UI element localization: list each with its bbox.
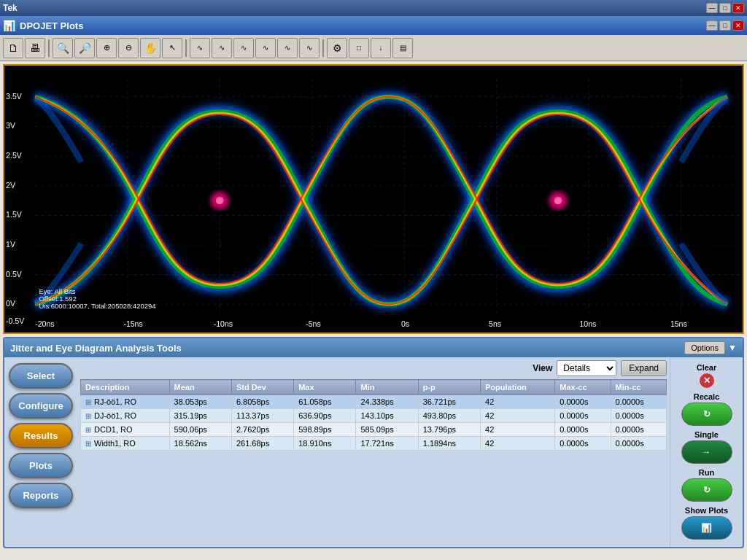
bottom-panel-header: Jitter and Eye Diagram Analysis Tools Op… xyxy=(4,338,743,357)
cell-population: 42 xyxy=(481,437,555,451)
toolbar: 🗋 🖶 🔍 🔎 ⊕ ⊖ ✋ ↖ ∿ ∿ ∿ ∿ ∿ ∿ ⚙ □ ↓ ▤ xyxy=(0,35,747,61)
table-row[interactable]: ⊞Width1, RO 18.562ns 261.68ps 18.910ns 1… xyxy=(81,437,667,451)
results-button[interactable]: Results xyxy=(9,423,73,448)
clear-label: Clear xyxy=(697,363,717,372)
cell-pp: 1.1894ns xyxy=(418,437,480,451)
cell-population: 42 xyxy=(481,409,555,423)
col-min-cc: Min-cc xyxy=(611,380,666,395)
cell-mean: 590.06ps xyxy=(169,423,231,437)
svg-text:-10ns: -10ns xyxy=(214,320,233,328)
cell-max: 18.910ns xyxy=(294,437,356,451)
cell-std-dev: 2.7620ps xyxy=(231,423,293,437)
app-minimize-button[interactable]: — xyxy=(706,20,718,31)
toolbar-cursor-btn[interactable]: ↖ xyxy=(162,38,182,58)
reports-button[interactable]: Reports xyxy=(9,483,73,508)
view-select[interactable]: Details Summary xyxy=(557,360,616,376)
svg-text:Eye: All Bits: Eye: All Bits xyxy=(39,288,75,295)
cell-pp: 13.796ps xyxy=(418,423,480,437)
cell-min-cc: 0.0000s xyxy=(611,423,666,437)
single-button[interactable]: → xyxy=(681,440,732,464)
bottom-panel-options: Options ▼ xyxy=(684,341,737,354)
recalc-button[interactable]: ↻ xyxy=(681,402,732,426)
configure-button[interactable]: Configure xyxy=(9,393,73,419)
cell-mean: 315.19ps xyxy=(169,409,231,423)
col-pp: p-p xyxy=(418,380,480,395)
toolbar-open-btn[interactable]: 🖶 xyxy=(25,38,45,58)
toolbar-waveform-btn4[interactable]: ∿ xyxy=(255,38,276,58)
col-std-dev: Std Dev xyxy=(231,380,293,395)
svg-text:3V: 3V xyxy=(6,122,15,131)
os-maximize-button[interactable]: □ xyxy=(719,3,731,13)
cell-mean: 18.562ns xyxy=(169,437,231,451)
app-title-left: 📊 DPOJET Plots xyxy=(3,20,83,31)
table-row[interactable]: ⊞RJ-öö1, RO 38.053ps 6.8058ps 61.058ps 2… xyxy=(81,395,667,409)
os-minimize-button[interactable]: — xyxy=(706,3,718,13)
svg-text:-5ns: -5ns xyxy=(306,320,320,328)
toolbar-waveform-btn2[interactable]: ∿ xyxy=(212,38,232,58)
col-description: Description xyxy=(81,380,170,395)
show-plots-button[interactable]: 📊 xyxy=(681,516,732,540)
cell-description: ⊞RJ-öö1, RO xyxy=(81,395,170,409)
app-window: 📊 DPOJET Plots — □ ✕ 🗋 🖶 🔍 🔎 ⊕ ⊖ ✋ ↖ ∿ ∿… xyxy=(0,16,747,560)
table-row[interactable]: ⊞DJ-öö1, RO 315.19ps 113.37ps 636.90ps 1… xyxy=(81,409,667,423)
cell-max: 598.89ps xyxy=(294,423,356,437)
toolbar-waveform-btn1[interactable]: ∿ xyxy=(190,38,210,58)
toolbar-misc-btn[interactable]: ▤ xyxy=(392,38,413,58)
options-dropdown-icon[interactable]: ▼ xyxy=(728,343,737,353)
toolbar-zoom-in-btn[interactable]: 🔍 xyxy=(53,38,73,58)
toolbar-measure-btn[interactable]: □ xyxy=(349,38,369,58)
options-button[interactable]: Options xyxy=(684,341,725,354)
col-max-cc: Max-cc xyxy=(555,380,611,395)
svg-text:15ns: 15ns xyxy=(670,320,687,328)
toolbar-hand-btn[interactable]: ✋ xyxy=(140,38,160,58)
app-maximize-button[interactable]: □ xyxy=(719,20,731,31)
data-area: View Details Summary Expand Description … xyxy=(77,357,670,547)
app-title-controls: — □ ✕ xyxy=(706,20,744,31)
plots-button[interactable]: Plots xyxy=(9,453,73,478)
app-close-button[interactable]: ✕ xyxy=(732,20,744,31)
toolbar-waveform-btn3[interactable]: ∿ xyxy=(233,38,254,58)
expand-row-icon[interactable]: ⊞ xyxy=(85,426,91,434)
toolbar-zoom-btn3[interactable]: ⊖ xyxy=(118,38,139,58)
toolbar-zoom-out-btn[interactable]: 🔎 xyxy=(74,38,95,58)
expand-row-icon[interactable]: ⊞ xyxy=(85,440,91,448)
clear-x-button[interactable]: ✕ xyxy=(700,373,714,388)
os-close-button[interactable]: ✕ xyxy=(732,3,744,13)
svg-text:2V: 2V xyxy=(6,182,15,190)
expand-row-icon[interactable]: ⊞ xyxy=(85,412,91,420)
bottom-panel: Jitter and Eye Diagram Analysis Tools Op… xyxy=(3,337,744,548)
expand-button[interactable]: Expand xyxy=(621,360,667,376)
toolbar-settings-btn[interactable]: ⚙ xyxy=(327,38,347,58)
svg-text:0V: 0V xyxy=(6,300,15,308)
expand-row-icon[interactable]: ⊞ xyxy=(85,398,91,406)
svg-text:10ns: 10ns xyxy=(580,320,597,328)
cell-max-cc: 0.0000s xyxy=(555,423,611,437)
toolbar-sep1 xyxy=(48,39,50,57)
cell-max-cc: 0.0000s xyxy=(555,437,611,451)
bottom-panel-title: Jitter and Eye Diagram Analysis Tools xyxy=(10,343,182,354)
view-label: View xyxy=(533,363,552,373)
os-title-left: Tek xyxy=(3,3,18,13)
bottom-content: Select Configure Results Plots Reports V… xyxy=(4,357,743,547)
svg-point-19 xyxy=(554,197,562,204)
svg-text:0s: 0s xyxy=(401,320,409,328)
cell-pp: 493.80ps xyxy=(418,409,480,423)
toolbar-waveform-btn5[interactable]: ∿ xyxy=(277,38,298,58)
right-panel: Clear ✕ Recalc ↻ Single → Run ↻ Show Plo… xyxy=(670,357,743,547)
data-toolbar: View Details Summary Expand xyxy=(80,360,667,376)
cell-min: 24.338ps xyxy=(356,395,418,409)
toolbar-zoom-btn2[interactable]: ⊕ xyxy=(96,38,117,58)
run-button[interactable]: ↻ xyxy=(681,478,732,502)
table-container: Description Mean Std Dev Max Min p-p Pop… xyxy=(80,379,667,544)
single-label: Single xyxy=(694,430,719,439)
os-brand: Tek xyxy=(3,3,18,13)
select-button[interactable]: Select xyxy=(9,363,73,389)
toolbar-down-btn[interactable]: ↓ xyxy=(371,38,391,58)
svg-text:-15ns: -15ns xyxy=(123,320,142,328)
col-max: Max xyxy=(294,380,356,395)
show-plots-label: Show Plots xyxy=(685,506,728,515)
table-row[interactable]: ⊞DCD1, RO 590.06ps 2.7620ps 598.89ps 585… xyxy=(81,423,667,437)
toolbar-waveform-btn6[interactable]: ∿ xyxy=(299,38,320,58)
cell-max-cc: 0.0000s xyxy=(555,409,611,423)
toolbar-new-btn[interactable]: 🗋 xyxy=(3,38,23,58)
